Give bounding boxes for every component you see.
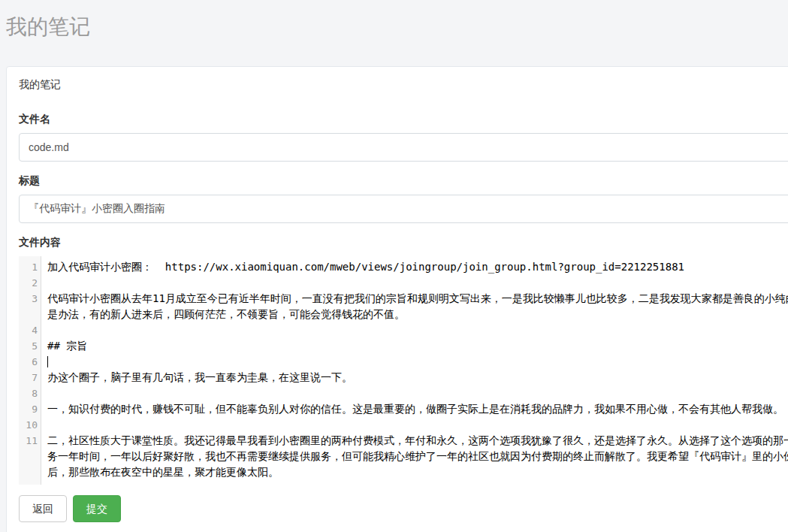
editor-line: 5 ## 宗旨 [19,338,788,354]
editor-line: 1 加入代码审计小密圈： https://wx.xiaomiquan.com/m… [19,259,788,275]
line-number: 2 [19,275,38,291]
line-number: 7 [19,370,38,385]
line-number: 5 [19,338,38,354]
line-number: 4 [19,322,38,338]
content-label: 文件内容 [19,236,788,249]
line-number: 11 [19,433,38,449]
editor-text: 加入代码审计小密圈： https://wx.xiaomiquan.com/mwe… [47,261,684,273]
editor-line: 8 [19,385,788,401]
editor-text: ## 宗旨 [47,340,87,352]
card-header: 我的笔记 [19,78,788,92]
editor-line: 4 [19,322,788,338]
submit-button[interactable]: 提交 [73,495,121,522]
code-editor[interactable]: 1 加入代码审计小密圈： https://wx.xiaomiquan.com/m… [19,256,788,485]
form-actions: 返回 提交 [19,495,788,522]
note-form-card: 我的笔记 文件名 标题 文件内容 1 加入代码审计小密圈： https://wx… [6,66,788,532]
editor-text: 代码审计小密圈从去年11月成立至今已有近半年时间，一直没有把我们的宗旨和规则明文… [47,292,788,304]
line-number: 8 [19,385,38,401]
editor-line: 7 办这个圈子，脑子里有几句话，我一直奉为圭臬，在这里说一下。 [19,370,788,385]
filename-label: 文件名 [19,113,788,126]
editor-text: 办这个圈子，脑子里有几句话，我一直奉为圭臬，在这里说一下。 [47,371,352,383]
editor-line: 3 代码审计小密圈从去年11月成立至今已有近半年时间，一直没有把我们的宗旨和规则… [19,291,788,322]
title-label: 标题 [19,174,788,188]
editor-text: 是办法，有的新人进来后，四顾何茫茫，不领要旨，可能会觉得钱花的不值。 [47,308,405,320]
editor-line: 11 二，社区性质大于课堂性质。我还记得最早我看到小密圈里的两种付费模式，年付和… [19,433,788,480]
editor-line: 2 [19,275,788,291]
editor-line: 9 一，知识付费的时代，赚钱不可耻，但不能辜负别人对你的信任。这是最重要的，做圈… [19,401,788,417]
title-input[interactable] [19,195,788,223]
editor-line: 10 [19,417,788,433]
editor-text: 二，社区性质大于课堂性质。我还记得最早我看到小密圈里的两种付费模式，年付和永久，… [47,434,788,446]
line-number: 1 [19,259,38,275]
line-number: 6 [19,354,38,370]
line-number: 3 [19,291,38,307]
editor-line: 6 [19,354,788,370]
line-number: 10 [19,417,38,433]
editor-text: 一，知识付费的时代，赚钱不可耻，但不能辜负别人对你的信任。这是最重要的，做圈子实… [47,403,783,415]
back-button[interactable]: 返回 [19,495,67,522]
text-caret [47,356,48,367]
filename-input[interactable] [19,133,788,162]
line-number: 9 [19,401,38,417]
editor-text: 后，那些散布在夜空中的星星，聚才能更像太阳。 [47,466,279,478]
page-title: 我的笔记 [6,15,788,39]
editor-text: 务一年时间，一年以后好聚好散，我也不再需要继续提供服务，但可能我精心维护了一年的… [47,450,788,462]
